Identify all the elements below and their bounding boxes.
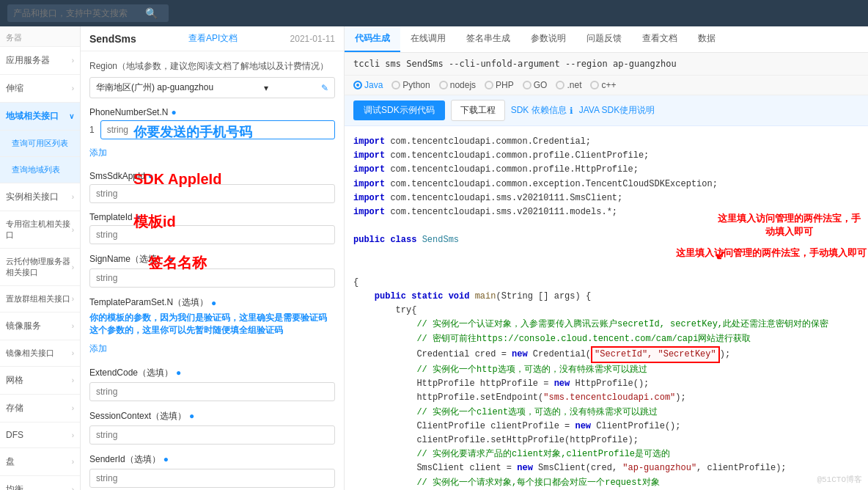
sdk-input[interactable]	[89, 184, 335, 203]
api-doc-link[interactable]: 查看API文档	[188, 32, 238, 45]
tab-docs[interactable]: 查看文档	[632, 26, 688, 52]
code-line-1: import com.tencentcloudapi.common.Creden…	[353, 135, 859, 149]
lang-nodejs[interactable]: nodejs	[439, 80, 476, 90]
code-set-endpoint: httpProfile.setEndpoint("sms.tencentclou…	[353, 391, 859, 405]
sender-label: SenderId（选填） ●	[89, 453, 335, 466]
annotation-template-param: 你的模板的参数，因为我们是验证码，这里确实是需要验证码这个参数的，这里你可以先暂…	[89, 312, 335, 337]
action-bar: 调试SDK示例代码 下载工程 SDK 依赖信息 ℹ JAVA SDK使用说明	[345, 95, 868, 126]
template-label: TemplateId ●	[89, 212, 335, 222]
code-sms-client: SmsClient client = new SmsClient(cred, "…	[353, 461, 859, 475]
region-label: Region（地域参数，建议您阅读文档了解地域以及计费情况）	[89, 60, 335, 73]
search-icon: 🔍	[145, 7, 158, 19]
search-box[interactable]: 🔍	[7, 4, 169, 22]
lang-go[interactable]: GO	[523, 80, 548, 90]
sdk-required: ●	[148, 171, 153, 181]
code-line-2: import com.tencentcloudapi.common.profil…	[353, 149, 859, 163]
lang-python[interactable]: Python	[391, 80, 430, 90]
extendcode-label: ExtendCode（选填） ●	[89, 367, 335, 379]
code-comment-5: // 实例化要请求产品的client对象,clientProfile是可选的	[353, 447, 859, 461]
middle-content: Region（地域参数，建议您阅读文档了解地域以及计费情况） 华南地区(广州) …	[81, 51, 344, 490]
cli-command: tccli sms SendSms --cli-unfold-argument …	[353, 59, 677, 69]
lang-cpp[interactable]: c++	[590, 80, 616, 90]
session-input[interactable]	[89, 425, 335, 445]
radio-php	[485, 81, 493, 89]
search-input[interactable]	[13, 8, 145, 18]
code-line-6: import com.tencentcloudapi.sms.v20210111…	[353, 205, 859, 219]
api-name: SendSms	[89, 33, 136, 45]
code-comment-4: // 实例化一个client选项，可选的，没有特殊需求可以跳过	[353, 406, 859, 420]
code-brace-open: {	[353, 276, 859, 290]
chevron-right-icon: ›	[72, 84, 74, 92]
lang-dotnet[interactable]: .net	[556, 80, 581, 90]
sidebar-item-dfs[interactable]: DFS›	[0, 423, 80, 448]
tab-data[interactable]: 数据	[688, 26, 726, 52]
lang-java[interactable]: Java	[353, 80, 383, 90]
sidebar-item-instance[interactable]: 实例相关接口›	[0, 183, 80, 211]
edit-icon[interactable]: ✎	[321, 83, 328, 93]
sidebar-item-placement-group[interactable]: 置放群组相关接口›	[0, 286, 80, 312]
sidebar-item-region-group[interactable]: 地域相关接口∨	[0, 103, 80, 131]
signname-required: ●	[169, 255, 174, 265]
add-phone-btn[interactable]: 添加	[89, 144, 335, 162]
sidebar-item-scale[interactable]: 伸缩›	[0, 75, 80, 103]
signname-section: SignName（选填） ● 签名名称	[89, 253, 335, 288]
extendcode-input[interactable]	[89, 382, 335, 401]
chevron-right-icon: ›	[72, 404, 74, 412]
sidebar-item-mirror-service[interactable]: 镜像服务›	[0, 312, 80, 340]
phone-label: PhoneNumberSet.N ●	[89, 107, 335, 117]
session-label: SessionContext（选填） ●	[89, 410, 335, 423]
region-select[interactable]: 华南地区(广州) ap-guangzhou ▾ ✎	[89, 77, 335, 98]
sdk-info-label: SDK 依赖信息	[511, 104, 567, 117]
code-area[interactable]: import com.tencentcloudapi.common.Creden…	[345, 126, 868, 490]
sidebar-item-app-server[interactable]: 应用服务器›	[0, 47, 80, 75]
sidebar-item-cloud-physical[interactable]: 云托付物理服务器相关接口›	[0, 249, 80, 286]
sdk-info-btn[interactable]: SDK 依赖信息 ℹ	[511, 104, 573, 117]
top-bar: 🔍	[0, 0, 868, 26]
tab-code-gen[interactable]: 代码生成	[345, 26, 400, 52]
java-sdk-usage-btn[interactable]: JAVA SDK使用说明	[579, 104, 655, 117]
sender-input[interactable]	[89, 469, 335, 488]
code-class-decl: public class SendSms 这里填入访问管理的两件法宝，手动填入即…	[353, 233, 859, 276]
api-date: 2021-01-11	[290, 34, 335, 44]
sidebar-item-balance[interactable]: 均衡›	[0, 476, 80, 490]
sidebar-item-disk[interactable]: 盘›	[0, 448, 80, 476]
phone-input[interactable]	[100, 120, 335, 139]
app-container: 🔍 务器 应用服务器› 伸缩› 地域相关接口∨ 查询可用区列表 查询地域列表	[0, 0, 868, 490]
signname-input[interactable]	[89, 268, 335, 288]
add-templateparam-btn[interactable]: 添加	[89, 340, 335, 358]
tab-feedback[interactable]: 问题反馈	[576, 26, 632, 52]
sidebar: 务器 应用服务器› 伸缩› 地域相关接口∨ 查询可用区列表 查询地域列表 实例相…	[0, 26, 81, 490]
chevron-right-icon: ›	[72, 349, 74, 357]
sidebar-item-mirror-api[interactable]: 镜像相关接口›	[0, 340, 80, 367]
lang-php[interactable]: PHP	[485, 80, 514, 90]
annotation-fill-right: 这里填入访问管理的两件法宝，手动填入即可	[676, 248, 859, 260]
right-tabs: 代码生成 在线调用 签名串生成 参数说明 问题反馈 查看文档 数据	[345, 26, 868, 53]
tab-online-call[interactable]: 在线调用	[400, 26, 456, 52]
chevron-right-icon: ›	[72, 376, 74, 384]
chevron-right-icon: ›	[72, 226, 74, 234]
tab-params[interactable]: 参数说明	[521, 26, 576, 52]
template-input[interactable]	[89, 225, 335, 244]
sidebar-item-query-zones[interactable]: 查询可用区列表	[0, 131, 80, 157]
sidebar-item-grid[interactable]: 网格›	[0, 367, 80, 395]
phone-required: ●	[171, 107, 176, 117]
tab-signature[interactable]: 签名串生成	[456, 26, 521, 52]
sender-section: SenderId（选填） ●	[89, 453, 335, 488]
chevron-right-icon: ›	[72, 431, 74, 439]
sidebar-item-dedicated-host[interactable]: 专用宿主机相关接口›	[0, 211, 80, 249]
debug-btn[interactable]: 调试SDK示例代码	[353, 100, 445, 120]
sidebar-item-storage[interactable]: 存储›	[0, 395, 80, 423]
download-btn[interactable]: 下载工程	[451, 100, 505, 121]
chevron-right-icon: ›	[72, 56, 74, 65]
sidebar-item-query-regions[interactable]: 查询地域列表	[0, 157, 80, 183]
radio-go	[523, 81, 532, 89]
code-comment-6: // 实例化一个请求对象,每个接口都会对应一个request对象	[353, 476, 859, 490]
code-client-profile: ClientProfile clientProfile = new Client…	[353, 420, 859, 434]
sidebar-section-server: 务器	[0, 26, 80, 47]
chevron-right-icon: ›	[72, 295, 74, 303]
middle-panel: SendSms 查看API文档 2021-01-11 Region（地域参数，建…	[81, 26, 345, 490]
sender-required: ●	[163, 454, 169, 464]
code-comment-3: // 实例化一个http选项，可选的，没有特殊需求可以跳过	[353, 363, 859, 377]
templateparam-section: TemplateParamSet.N（选填） ● 你的模板的参数，因为我们是验证…	[89, 296, 335, 358]
code-line-3: import com.tencentcloudapi.common.profil…	[353, 163, 859, 177]
